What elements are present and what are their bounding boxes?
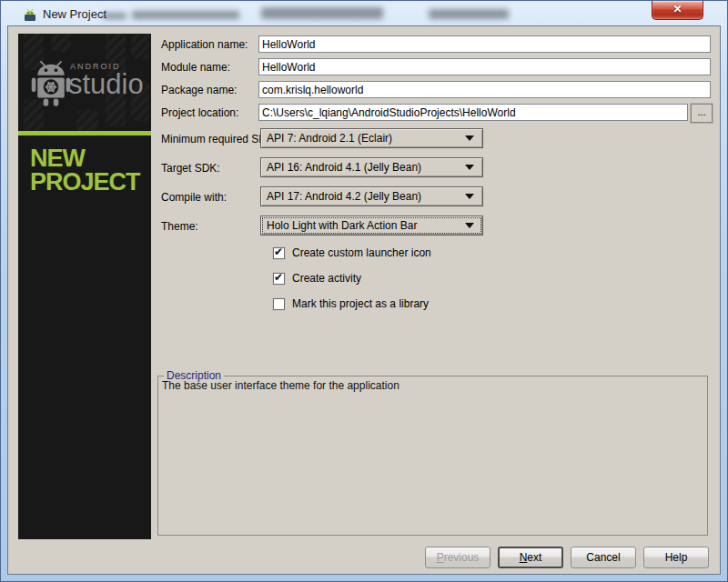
module-name-label: Module name: [161, 61, 230, 74]
package-name-input[interactable] [258, 81, 711, 98]
target-sdk-label: Target SDK: [161, 162, 220, 175]
application-name-input[interactable] [258, 35, 711, 53]
brand-studio-label: studio [68, 68, 144, 101]
android-robot-icon [29, 57, 73, 108]
project-location-input[interactable] [258, 104, 688, 121]
wizard-headline: NEW PROJECT [30, 146, 140, 194]
background-blur-blob [429, 9, 509, 19]
create-launcher-icon-checkbox[interactable]: Create custom launcher icon [273, 246, 431, 259]
description-panel: Description The base user interface them… [157, 376, 708, 536]
android-app-icon [23, 7, 37, 22]
chevron-down-icon [465, 135, 474, 141]
chevron-down-icon [465, 223, 474, 228]
browse-button[interactable]: ... [691, 104, 713, 123]
description-text: The base user interface theme for the ap… [162, 379, 703, 392]
create-activity-checkbox[interactable]: Create activity [273, 272, 361, 285]
window-title: New Project [43, 7, 106, 21]
create-launcher-icon-label: Create custom launcher icon [292, 246, 431, 259]
project-location-label: Project location: [161, 106, 238, 119]
theme-dropdown[interactable]: Holo Light with Dark Action Bar [260, 216, 483, 236]
checkbox-icon[interactable] [273, 273, 285, 285]
mark-library-checkbox[interactable]: Mark this project as a library [273, 297, 429, 310]
compile-with-label: Compile with: [161, 191, 227, 204]
close-button[interactable]: ✕ [652, 1, 703, 20]
package-name-label: Package name: [161, 84, 237, 96]
help-button[interactable]: Help [643, 547, 709, 568]
cancel-button[interactable]: Cancel [571, 547, 636, 568]
next-button[interactable]: Next [498, 547, 563, 568]
headline-line1: NEW [30, 146, 140, 170]
min-sdk-value: API 7: Android 2.1 (Eclair) [261, 132, 465, 145]
compile-with-dropdown[interactable]: API 17: Android 4.2 (Jelly Bean) [260, 186, 483, 206]
checkbox-icon[interactable] [273, 247, 285, 259]
target-sdk-dropdown[interactable]: API 16: Android 4.1 (Jelly Bean) [260, 157, 483, 177]
dialog-content: ANDROID studio NEW PROJECT Application n… [7, 25, 721, 575]
theme-label: Theme: [161, 220, 198, 233]
theme-value: Holo Light with Dark Action Bar [261, 219, 465, 232]
logo-zone: ANDROID studio [18, 34, 151, 131]
background-blur-blob [261, 7, 383, 19]
chevron-down-icon [465, 165, 474, 170]
headline-line2: PROJECT [30, 170, 140, 194]
branding-sidebar: ANDROID studio NEW PROJECT [18, 34, 151, 539]
create-activity-label: Create activity [292, 272, 361, 285]
target-sdk-value: API 16: Android 4.1 (Jelly Bean) [261, 161, 465, 174]
new-project-dialog: New Project ✕ [0, 0, 728, 582]
min-sdk-dropdown[interactable]: API 7: Android 2.1 (Eclair) [260, 128, 483, 148]
module-name-input[interactable] [258, 58, 711, 75]
previous-button[interactable]: Previous [425, 547, 490, 568]
compile-with-value: API 17: Android 4.2 (Jelly Bean) [261, 190, 465, 203]
checkbox-icon[interactable] [273, 298, 285, 310]
chevron-down-icon [465, 194, 474, 199]
accent-divider [18, 131, 151, 135]
background-blur-blob [132, 11, 239, 19]
mark-library-label: Mark this project as a library [292, 297, 429, 310]
application-name-label: Application name: [161, 38, 248, 51]
title-bar[interactable]: New Project ✕ [1, 1, 727, 26]
